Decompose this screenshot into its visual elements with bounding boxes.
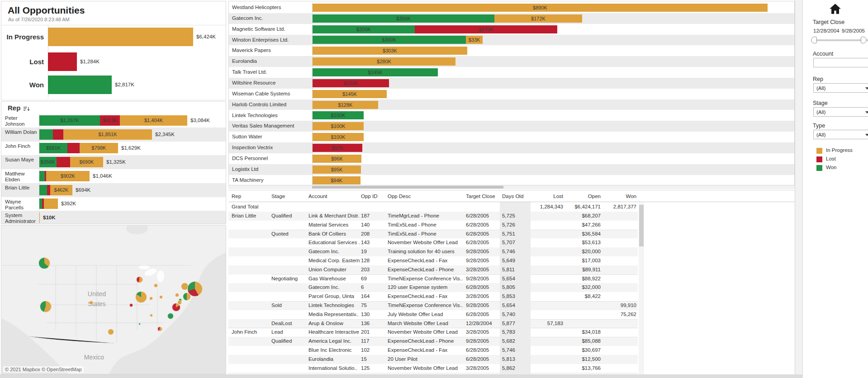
- account-row[interactable]: Inspection Vectrix$97K: [229, 142, 794, 153]
- map-pie-bubble[interactable]: [129, 303, 133, 307]
- map-pie-bubble[interactable]: [157, 326, 162, 331]
- table-row[interactable]: SoldLintek Technologies75TimeNExpense Co…: [228, 301, 638, 310]
- rep-bar-segment-won[interactable]: $356K: [39, 157, 57, 167]
- table-row[interactable]: Union Computer203ExpenseCheckLead - Phon…: [228, 265, 638, 274]
- table-row[interactable]: QuotedBank Of Colliers208TimEx5Lead - Ph…: [228, 230, 638, 239]
- target-close-slider-track[interactable]: [814, 39, 868, 41]
- table-header-cell[interactable]: Days Old: [502, 190, 528, 202]
- account-chart-hscrollbar[interactable]: [228, 185, 795, 189]
- account-bar-segment-lost[interactable]: $150K: [313, 79, 389, 87]
- rep-bar-segment-in_progress[interactable]: $462K: [50, 185, 72, 195]
- rep-row[interactable]: Peter Johnson$1,267K$413K$1,404K$3,084K: [1, 113, 226, 128]
- account-row[interactable]: Westland Helicopters$890K: [229, 2, 794, 13]
- account-row[interactable]: DCS Personnel$96K: [229, 153, 794, 164]
- rep-bar-segment-lost[interactable]: [53, 129, 63, 140]
- rep-bar-segment-in_progress[interactable]: $798K: [80, 143, 118, 153]
- account-row[interactable]: Winston Enterprises Ltd.$300K$33K: [229, 35, 794, 46]
- page-horizontal-scrollbar[interactable]: [0, 374, 868, 378]
- rep-bar-segment-in_progress[interactable]: [39, 213, 40, 223]
- table-row[interactable]: Eurolandia1520 User Pilot6/28/20055,813$…: [228, 355, 638, 364]
- rep-bar-segment-in_progress[interactable]: $1,851K: [63, 129, 152, 140]
- table-row[interactable]: Blue Inc Electronic102ExpenseCheckLead -…: [228, 346, 638, 355]
- map-pie-bubble[interactable]: [135, 291, 147, 303]
- slider-handle-left[interactable]: [811, 37, 817, 43]
- account-bar-segment-in_progress[interactable]: $100K: [313, 133, 364, 141]
- account-row[interactable]: Wiltshire Resource$150K: [229, 78, 794, 89]
- account-filter-input[interactable]: [813, 58, 868, 67]
- table-row[interactable]: Grand Total1,284,343$6,424,1712,817,377: [228, 202, 638, 212]
- account-bar-segment-in_progress[interactable]: $280K: [313, 57, 455, 66]
- rep-bar-segment-won[interactable]: $1,267K: [39, 115, 100, 126]
- table-vscrollbar-thumb[interactable]: [639, 205, 644, 246]
- table-row[interactable]: Gatecom Inc.19Training solution for 40 u…: [228, 247, 638, 256]
- rep-row[interactable]: Brian Little$462K$694K: [1, 183, 226, 197]
- legend-item[interactable]: Lost: [816, 156, 866, 164]
- account-bar-segment-in_progress[interactable]: $890K: [313, 4, 768, 12]
- table-header-cell[interactable]: Opp Desc: [388, 190, 465, 202]
- map-pie-bubble[interactable]: [40, 301, 52, 312]
- account-bar-segment-in_progress[interactable]: $96K: [313, 155, 361, 163]
- table-row[interactable]: DealLostArup & Onslow136March Website Of…: [228, 319, 638, 328]
- account-row[interactable]: Wiseman Cable Systems$145K: [229, 89, 794, 99]
- table-header-cell[interactable]: Account: [308, 190, 360, 202]
- account-bar-segment-won[interactable]: $300K: [313, 36, 466, 44]
- table-row[interactable]: Medical Corp. Eastern128ExpenseCheckLead…: [228, 256, 638, 265]
- table-row[interactable]: Gatecom Inc.6120 user Expense system6/28…: [228, 283, 638, 292]
- rep-bar-segment-lost[interactable]: [57, 157, 70, 167]
- stage-filter-dropdown[interactable]: (All): [813, 107, 868, 117]
- rep-bar-segment-won[interactable]: [39, 129, 53, 140]
- legend-item[interactable]: Won: [816, 164, 866, 173]
- map-pie-bubble[interactable]: [136, 276, 143, 283]
- account-row[interactable]: Harlob Controls Limited$128K: [229, 99, 794, 110]
- table-header-cell[interactable]: Opp ID: [361, 190, 386, 202]
- rep-bar-segment-in_progress[interactable]: $690K: [70, 157, 103, 167]
- rep-bar-segment-in_progress[interactable]: $902K: [46, 171, 90, 181]
- table-vscrollbar[interactable]: [639, 203, 644, 376]
- table-row[interactable]: International Solutio..125November Websi…: [228, 364, 638, 373]
- rep-bar-segment-won[interactable]: [39, 171, 45, 181]
- account-bar-segment-in_progress[interactable]: $172K: [494, 14, 582, 23]
- rep-row[interactable]: Matthew Ebden$902K$1,046K: [1, 169, 226, 183]
- rep-row[interactable]: Susan Maye$356K$690K$1,325K: [1, 155, 226, 169]
- map-pie-bubble[interactable]: [108, 329, 114, 335]
- rep-bar-segment-won[interactable]: $581K: [39, 143, 67, 153]
- account-bar-segment-won[interactable]: $100K: [313, 111, 364, 119]
- hscrollbar-thumb[interactable]: [312, 186, 503, 189]
- account-row[interactable]: Veritas Sales Management$100K: [229, 121, 794, 132]
- account-bar-segment-in_progress[interactable]: $33K: [466, 36, 483, 44]
- table-row[interactable]: QualifiedAmerica Legal Inc.117ExpenseChe…: [228, 337, 638, 346]
- account-row[interactable]: Maverick Papers$303K: [229, 45, 794, 56]
- table-header-cell[interactable]: Target Close: [466, 190, 500, 202]
- table-header-cell[interactable]: Rep: [232, 190, 270, 202]
- account-row[interactable]: Gatecom Inc.$356K$172K: [229, 13, 794, 24]
- table-row[interactable]: Brian LittleQualifiedLink & Merchant Dis…: [228, 212, 638, 221]
- map-pie-bubble[interactable]: [183, 293, 191, 301]
- account-row[interactable]: Sutton Water$100K: [229, 132, 794, 142]
- table-header-cell[interactable]: Stage: [271, 190, 308, 202]
- rep-filter-dropdown[interactable]: (All): [813, 83, 868, 93]
- table-row[interactable]: Material Services140TimEx5Lead - Phone6/…: [228, 221, 638, 230]
- account-row[interactable]: Logistix Ltd$95K: [229, 164, 794, 175]
- table-row[interactable]: John FinchLeadHealthcare Interactive201N…: [228, 328, 638, 337]
- map-pie-bubble[interactable]: [172, 303, 180, 312]
- type-filter-dropdown[interactable]: (All): [813, 130, 868, 139]
- table-row[interactable]: Educational Services ..143November Websi…: [228, 238, 638, 247]
- account-bar-segment-won[interactable]: $200K: [313, 25, 415, 33]
- table-row[interactable]: Parcel Group, Uinta164ExpenseCheckLead -…: [228, 292, 638, 301]
- map-pie-bubble[interactable]: [175, 293, 179, 297]
- status-bar[interactable]: [48, 52, 77, 71]
- status-bar[interactable]: [48, 76, 112, 94]
- rep-row[interactable]: System Administrator$10K: [1, 211, 226, 224]
- page-vertical-scrollbar[interactable]: [795, 0, 803, 378]
- account-row[interactable]: Talk Travel Ltd.$245K: [229, 67, 794, 78]
- account-bar-segment-in_progress[interactable]: $95K: [313, 165, 361, 174]
- account-bar-segment-won[interactable]: $245K: [313, 68, 438, 76]
- table-header-cell[interactable]: Lost: [529, 190, 563, 202]
- map-pie-bubble[interactable]: [138, 323, 141, 325]
- account-bar-segment-lost[interactable]: $279K: [415, 25, 557, 33]
- account-row[interactable]: TA Machinery$94K: [229, 175, 794, 185]
- rep-bar-segment-won[interactable]: [39, 185, 47, 195]
- account-row[interactable]: Lintek Technologies$100K: [229, 110, 794, 121]
- rep-row[interactable]: Wayne Parcells$392K: [1, 197, 226, 211]
- slider-handle-right[interactable]: [861, 37, 867, 43]
